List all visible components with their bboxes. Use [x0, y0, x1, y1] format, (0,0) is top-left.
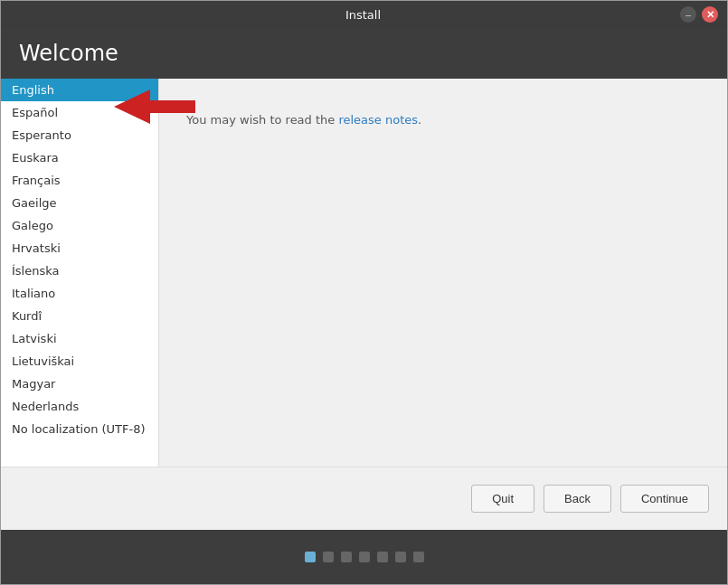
- actions-row: Quit Back Continue: [1, 467, 727, 530]
- release-notes-text: You may wish to read the release notes.: [186, 113, 700, 127]
- arrow-indicator: [114, 90, 195, 127]
- window-controls: – ✕: [680, 6, 718, 23]
- release-note-suffix: .: [418, 113, 421, 127]
- progress-dot-4: [377, 552, 388, 562]
- lang-item-kurdi[interactable]: Kurdî: [1, 305, 158, 327]
- page-header: Welcome: [1, 28, 727, 79]
- release-note-prefix: You may wish to read the: [186, 113, 338, 127]
- lang-item-gaeilge[interactable]: Gaeilge: [1, 192, 158, 214]
- lang-item-euskara[interactable]: Euskara: [1, 146, 158, 169]
- close-button[interactable]: ✕: [702, 6, 718, 23]
- progress-dot-2: [341, 552, 352, 562]
- install-window: Install – ✕ Welcome EnglishEspañolEspera…: [0, 0, 728, 585]
- lang-item-magyar[interactable]: Magyar: [1, 373, 158, 395]
- lang-item-italiano[interactable]: Italiano: [1, 282, 158, 305]
- progress-dot-1: [323, 552, 334, 562]
- main-content: You may wish to read the release notes.: [159, 79, 727, 467]
- progress-footer: [1, 530, 727, 584]
- progress-dot-5: [395, 552, 406, 562]
- lang-item-nederlands[interactable]: Nederlands: [1, 395, 158, 418]
- quit-button[interactable]: Quit: [471, 485, 534, 513]
- lang-item-islenska[interactable]: Íslenska: [1, 259, 158, 282]
- lang-item-hrvatski[interactable]: Hrvatski: [1, 237, 158, 259]
- titlebar: Install – ✕: [1, 1, 727, 28]
- lang-item-latviski[interactable]: Latviski: [1, 327, 158, 350]
- language-list: EnglishEspañolEsperantoEuskaraFrançaisGa…: [1, 79, 159, 467]
- content-area: EnglishEspañolEsperantoEuskaraFrançaisGa…: [1, 79, 727, 467]
- minimize-button[interactable]: –: [680, 6, 696, 23]
- lang-item-lietuviškai[interactable]: Lietuviškai: [1, 350, 158, 373]
- svg-marker-0: [114, 90, 195, 124]
- page-title: Welcome: [19, 41, 709, 66]
- continue-button[interactable]: Continue: [620, 485, 709, 513]
- window-title: Install: [46, 8, 680, 22]
- back-button[interactable]: Back: [544, 485, 611, 513]
- lang-item-esperanto[interactable]: Esperanto: [1, 124, 158, 146]
- progress-dot-3: [359, 552, 370, 562]
- release-notes-section: You may wish to read the release notes.: [186, 97, 700, 127]
- lang-item-galego[interactable]: Galego: [1, 214, 158, 237]
- progress-dot-6: [413, 552, 424, 562]
- lang-item-no-localization[interactable]: No localization (UTF-8): [1, 418, 158, 440]
- progress-dot-0: [305, 552, 316, 562]
- lang-item-francais[interactable]: Français: [1, 169, 158, 192]
- release-notes-link[interactable]: release notes: [338, 113, 418, 127]
